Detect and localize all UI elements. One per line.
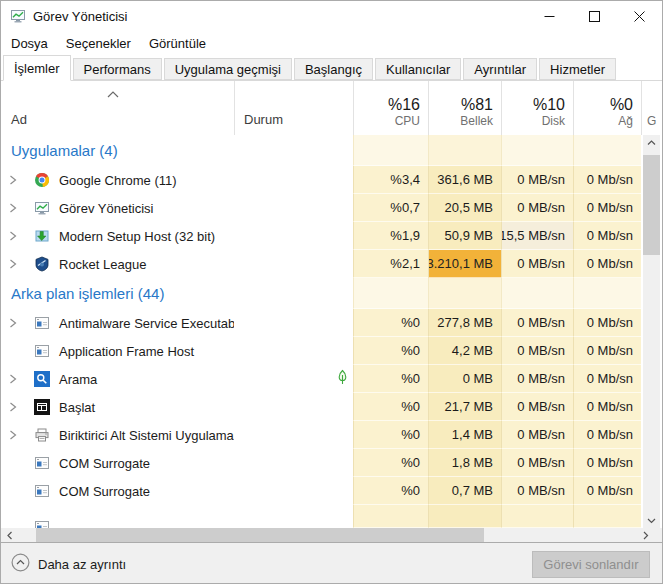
cpu-cell: %0: [353, 421, 428, 449]
process-row[interactable]: Google Chrome (11)%3,4361,6 MB0 MB/sn0 M…: [1, 166, 662, 194]
process-row[interactable]: Biriktirici Alt Sistemi Uygulaması%01,4 …: [1, 421, 662, 449]
column-header-cpu[interactable]: %16CPU: [353, 81, 428, 135]
maximize-icon: [589, 11, 600, 22]
tab-uygulama-gecmisi[interactable]: Uygulama geçmişi: [164, 58, 292, 80]
process-group-header[interactable]: Arka plan işlemleri (44): [1, 278, 662, 309]
disk-cell: 0 MB/sn: [501, 166, 573, 194]
column-header-disk[interactable]: %10Disk: [501, 81, 573, 135]
process-group-header[interactable]: Uygulamalar (4): [1, 135, 662, 166]
process-list: Uygulamalar (4)Google Chrome (11)%3,4361…: [1, 135, 662, 528]
process-row[interactable]: Başlat%021,7 MB0 MB/sn0 Mb/sn: [1, 393, 662, 421]
memory-cell: 0,7 MB: [428, 477, 501, 505]
expander-spacer: [9, 483, 23, 499]
generic-process-icon: [34, 483, 50, 499]
scroll-down-button[interactable]: [643, 513, 660, 528]
tab-kullanicilar[interactable]: Kullanıcılar: [375, 58, 461, 80]
memory-cell: 1,8 MB: [428, 449, 501, 477]
column-header-bellek[interactable]: %81Bellek: [428, 81, 501, 135]
memory-cell: 21,7 MB: [428, 393, 501, 421]
scroll-right-button[interactable]: [637, 528, 654, 542]
menu-item-secenekler[interactable]: Seçenekler: [57, 33, 140, 54]
chevron-down-icon: [647, 518, 656, 524]
menu-item-goruntule[interactable]: Görüntüle: [140, 33, 215, 54]
status-cell: [234, 393, 353, 421]
process-name: Application Frame Host: [59, 344, 194, 359]
expand-chevron-icon[interactable]: [9, 315, 23, 331]
expand-chevron-icon[interactable]: [9, 256, 23, 272]
expand-chevron-icon[interactable]: [9, 399, 23, 415]
process-row[interactable]: COM Surrogate%01,8 MB0 MB/sn0 Mb/sn: [1, 449, 662, 477]
memory-cell: 1,4 MB: [428, 421, 501, 449]
task-manager-window: Görev Yöneticisi DosyaSeçeneklerGörüntül…: [0, 0, 663, 584]
process-name-cell: Arama: [1, 365, 234, 393]
process-row[interactable]: Arama%00 MB0 MB/sn0 Mb/sn: [1, 365, 662, 393]
column-header-label: CPU: [395, 114, 420, 129]
scroll-left-button[interactable]: [1, 528, 18, 542]
printer-spooler-icon: [34, 427, 50, 443]
process-row[interactable]: Rocket League%2,13.210,1 MB0 MB/sn0 Mb/s…: [1, 250, 662, 278]
titlebar: Görev Yöneticisi: [1, 1, 662, 31]
process-row[interactable]: Görev Yöneticisi%0,720,5 MB0 MB/sn0 Mb/s…: [1, 194, 662, 222]
process-name: Antimalware Service Executable: [59, 316, 234, 331]
fewer-details-toggle[interactable]: Daha az ayrıntı: [11, 553, 126, 576]
process-name: COM Surrogate: [59, 484, 150, 499]
horizontal-scrollbar[interactable]: [1, 528, 662, 542]
total-usage-percent: %10: [533, 95, 565, 114]
process-row[interactable]: COM Surrogate%00,7 MB0 MB/sn0 Mb/sn: [1, 477, 662, 505]
usage-column-headers: %16CPU%81Bellek%10Disk%0Ağ: [353, 81, 641, 135]
tab-i-slemler[interactable]: İşlemler: [3, 55, 71, 81]
network-cell: 0 Mb/sn: [573, 194, 641, 222]
tab-baslangic[interactable]: Başlangıç: [294, 58, 373, 80]
close-button[interactable]: [617, 1, 662, 31]
expand-chevron-icon[interactable]: [9, 200, 23, 216]
network-cell: 0 Mb/sn: [573, 166, 641, 194]
process-row[interactable]: Modern Setup Host (32 bit)%1,950,9 MB15,…: [1, 222, 662, 250]
vertical-scrollbar-thumb[interactable]: [643, 155, 660, 255]
tab-ayrintilar[interactable]: Ayrıntılar: [463, 58, 537, 80]
column-header-name[interactable]: Ad: [1, 81, 234, 135]
process-row[interactable]: Application Frame Host%04,2 MB0 MB/sn0 M…: [1, 337, 662, 365]
total-usage-percent: %16: [388, 95, 420, 114]
leaf-icon: [335, 369, 350, 389]
task-manager-icon: [10, 8, 26, 24]
column-header-ag[interactable]: %0Ağ: [573, 81, 641, 135]
process-row[interactable]: Antimalware Service Executable%0277,8 MB…: [1, 309, 662, 337]
disk-cell: 0 MB/sn: [501, 309, 573, 337]
scroll-up-button[interactable]: [643, 135, 660, 150]
column-header-status[interactable]: Durum: [234, 81, 353, 135]
status-cell: [234, 421, 353, 449]
process-name: Modern Setup Host (32 bit): [59, 229, 215, 244]
vertical-scrollbar[interactable]: [643, 135, 660, 528]
memory-cell: 3.210,1 MB: [428, 250, 501, 278]
memory-cell: 0 MB: [428, 365, 501, 393]
expand-chevron-icon[interactable]: [9, 228, 23, 244]
group-heat-cell: [353, 278, 428, 309]
minimize-button[interactable]: [527, 1, 572, 31]
disk-cell: 0 MB/sn: [501, 421, 573, 449]
column-header-gpu-partial[interactable]: G: [641, 81, 662, 135]
status-cell: [234, 194, 353, 222]
generic-process-icon: [34, 343, 50, 359]
disk-cell: 0 MB/sn: [501, 477, 573, 505]
menu-item-dosya[interactable]: Dosya: [2, 33, 57, 54]
horizontal-scrollbar-thumb[interactable]: [36, 528, 484, 542]
process-name-cell: Google Chrome (11): [1, 166, 234, 194]
process-name: Görev Yöneticisi: [59, 201, 153, 216]
expand-chevron-icon[interactable]: [9, 172, 23, 188]
maximize-button[interactable]: [572, 1, 617, 31]
cpu-cell: %0,7: [353, 194, 428, 222]
status-cell: [234, 365, 353, 393]
memory-cell: 361,6 MB: [428, 166, 501, 194]
network-cell: [573, 505, 641, 528]
tab-hizmetler[interactable]: Hizmetler: [539, 58, 616, 80]
process-name: Google Chrome (11): [59, 173, 177, 188]
disk-cell: 0 MB/sn: [501, 250, 573, 278]
close-icon: [634, 11, 645, 22]
tab-performans[interactable]: Performans: [73, 58, 162, 80]
expand-chevron-icon[interactable]: [9, 371, 23, 387]
process-row[interactable]: [1, 505, 662, 528]
end-task-button[interactable]: Görevi sonlandır: [532, 551, 650, 578]
status-cell: [234, 250, 353, 278]
expand-chevron-icon[interactable]: [9, 427, 23, 443]
cpu-cell: %0: [353, 337, 428, 365]
